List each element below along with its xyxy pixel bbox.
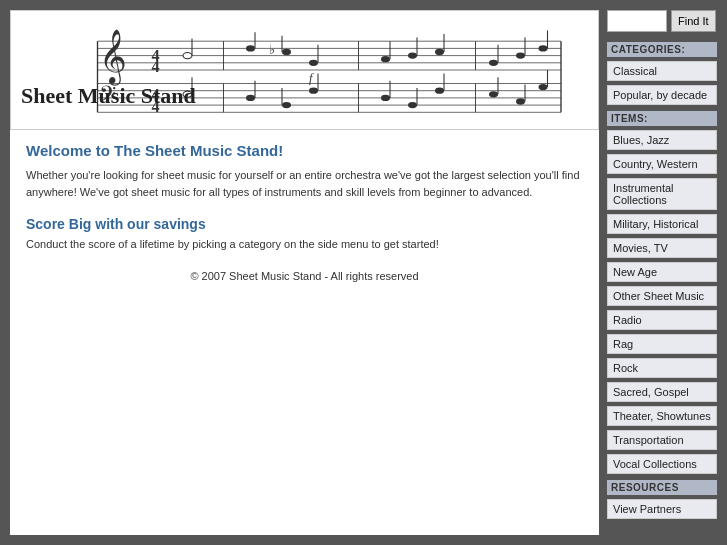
svg-point-31 <box>309 60 318 66</box>
sidebar-item-other-sheet-music[interactable]: Other Sheet Music <box>607 286 717 306</box>
svg-point-50 <box>282 102 291 108</box>
search-input[interactable] <box>607 10 667 32</box>
banner-title: Sheet Music Stand <box>21 83 196 109</box>
svg-point-40 <box>489 60 498 66</box>
sidebar-item-radio[interactable]: Radio <box>607 310 717 330</box>
svg-point-26 <box>246 45 255 51</box>
sidebar-item-transportation[interactable]: Transportation <box>607 430 717 450</box>
svg-text:♭: ♭ <box>269 43 275 57</box>
svg-point-56 <box>408 102 417 108</box>
svg-point-44 <box>539 45 548 51</box>
svg-point-64 <box>539 84 548 90</box>
svg-text:𝄞: 𝄞 <box>99 29 127 86</box>
savings-text: Conduct the score of a lifetime by picki… <box>26 238 583 250</box>
copyright: © 2007 Sheet Music Stand - All rights re… <box>26 270 583 282</box>
content-area: Welcome to The Sheet Music Stand! Whethe… <box>10 130 599 535</box>
find-button[interactable]: Find It <box>671 10 716 32</box>
sidebar-item-rock[interactable]: Rock <box>607 358 717 378</box>
sidebar-item-blues-jazz[interactable]: Blues, Jazz <box>607 130 717 150</box>
sidebar-item-military-historical[interactable]: Military, Historical <box>607 214 717 234</box>
savings-heading: Score Big with our savings <box>26 216 583 232</box>
categories-label: CATEGORIES: <box>607 42 717 57</box>
sidebar-item-sacred-gospel[interactable]: Sacred, Gospel <box>607 382 717 402</box>
search-row: Find It <box>607 10 717 32</box>
svg-point-62 <box>516 98 525 104</box>
sidebar-item-movies-tv[interactable]: Movies, TV <box>607 238 717 258</box>
svg-point-36 <box>408 52 417 58</box>
items-label: ITEMS: <box>607 111 717 126</box>
banner: 𝄞 𝄢 4 4 4 4 ♭ <box>10 10 599 130</box>
sidebar-item-theater-showtunes[interactable]: Theater, Showtunes <box>607 406 717 426</box>
sidebar-item-popular-by-decade[interactable]: Popular, by decade <box>607 85 717 105</box>
welcome-text: Whether you're looking for sheet music f… <box>26 167 583 200</box>
svg-text:4: 4 <box>152 58 160 76</box>
sidebar-item-country-western[interactable]: Country, Western <box>607 154 717 174</box>
sidebar-item-rag[interactable]: Rag <box>607 334 717 354</box>
sidebar-item-classical[interactable]: Classical <box>607 61 717 81</box>
svg-point-42 <box>516 52 525 58</box>
svg-point-24 <box>183 52 192 58</box>
svg-point-29 <box>282 49 291 55</box>
svg-point-48 <box>246 95 255 101</box>
sidebar: Find It CATEGORIES: Classical Popular, b… <box>607 10 717 535</box>
svg-point-34 <box>381 56 390 62</box>
sidebar-item-new-age[interactable]: New Age <box>607 262 717 282</box>
svg-point-60 <box>489 91 498 97</box>
svg-point-52 <box>309 88 318 94</box>
resources-label: RESOURCES <box>607 480 717 495</box>
sidebar-item-vocal-collections[interactable]: Vocal Collections <box>607 454 717 474</box>
sidebar-item-view-partners[interactable]: View Partners <box>607 499 717 519</box>
sidebar-item-instrumental-collections[interactable]: Instrumental Collections <box>607 178 717 210</box>
svg-point-54 <box>381 95 390 101</box>
svg-point-38 <box>435 49 444 55</box>
svg-point-58 <box>435 88 444 94</box>
svg-text:f: f <box>309 71 314 85</box>
welcome-heading: Welcome to The Sheet Music Stand! <box>26 142 583 159</box>
